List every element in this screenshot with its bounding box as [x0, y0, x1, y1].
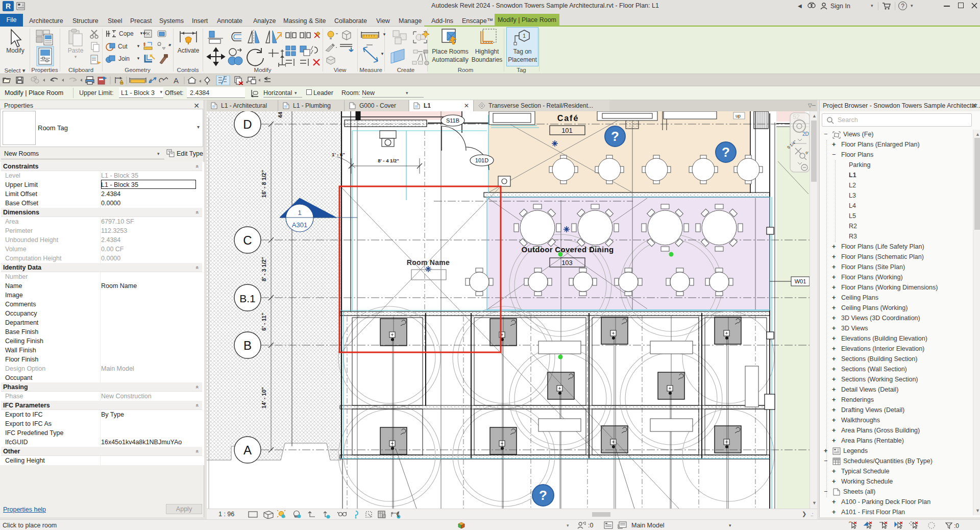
svg-text:B.1: B.1 — [239, 293, 256, 304]
svg-text:14' - 10": 14' - 10" — [261, 387, 267, 408]
svg-text:101D: 101D — [475, 157, 488, 163]
svg-text:101: 101 — [561, 127, 573, 134]
svg-text:A: A — [174, 76, 179, 85]
svg-text:?: ? — [611, 129, 619, 144]
svg-text:1: 1 — [523, 33, 526, 39]
svg-text:Room Name: Room Name — [407, 258, 450, 267]
svg-text:S11B: S11B — [446, 117, 459, 124]
svg-text:A301: A301 — [292, 221, 307, 229]
svg-text:C: C — [243, 233, 252, 247]
svg-text:8' - 4 1/2": 8' - 4 1/2" — [378, 158, 399, 163]
svg-text:?: ? — [539, 488, 547, 503]
svg-text:1' - 6": 1' - 6" — [332, 152, 345, 157]
svg-text:9': 9' — [805, 151, 808, 155]
svg-text:103: 103 — [561, 259, 573, 267]
svg-text:?: ? — [722, 144, 730, 160]
svg-text:W01: W01 — [795, 278, 806, 284]
svg-text::0: :0 — [954, 522, 959, 529]
svg-text:8' - 3 1/2": 8' - 3 1/2" — [261, 257, 267, 281]
svg-text:1: 1 — [298, 209, 301, 216]
svg-text:16' - 8 1/2": 16' - 8 1/2" — [261, 170, 267, 198]
svg-text:2D: 2D — [802, 131, 809, 137]
svg-text:D: D — [243, 117, 252, 131]
svg-text:Outdoor Covered Dining: Outdoor Covered Dining — [522, 245, 614, 254]
svg-text:B: B — [243, 339, 252, 352]
svg-text:6' - 11": 6' - 11" — [261, 312, 267, 330]
svg-text:up: up — [736, 113, 741, 118]
svg-text:44: 44 — [277, 111, 283, 118]
svg-text:A: A — [243, 443, 252, 457]
svg-text:Café: Café — [557, 114, 579, 123]
